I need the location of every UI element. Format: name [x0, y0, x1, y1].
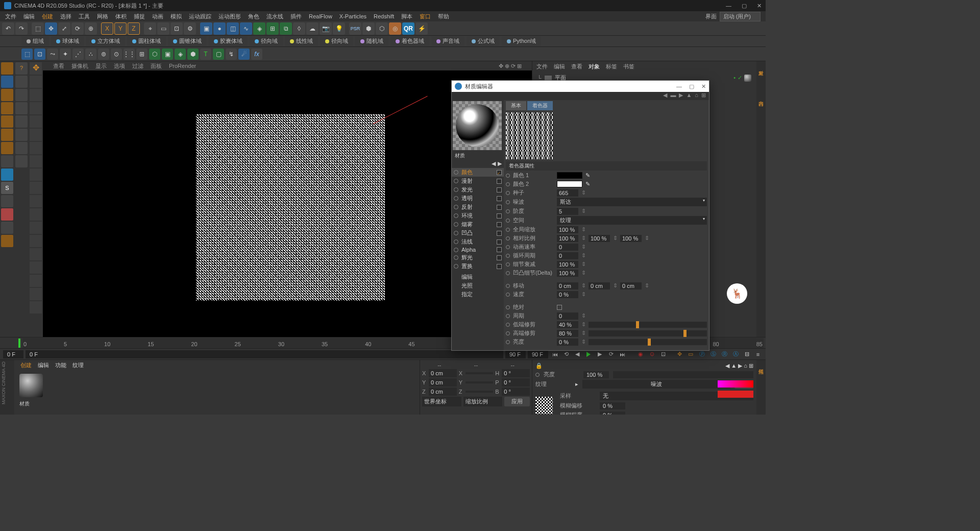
tweak-mode[interactable]: [1, 168, 13, 181]
mograph-icon[interactable]: ⊙: [111, 49, 122, 60]
key-p[interactable]: Ⓟ: [697, 350, 706, 359]
size-z[interactable]: [465, 391, 494, 393]
frame-start-field[interactable]: 0 F: [3, 350, 23, 358]
vmenu-item[interactable]: ProRender: [169, 63, 196, 69]
field-pill[interactable]: 圆锥体域: [168, 36, 207, 46]
minimize-button[interactable]: —: [726, 3, 731, 9]
oct-value[interactable]: 5: [557, 208, 578, 215]
channel-radio[interactable]: [454, 255, 458, 260]
deformer[interactable]: ◊: [293, 22, 305, 35]
channel-row[interactable]: 透明: [452, 194, 504, 203]
om-tab[interactable]: 文件: [536, 63, 548, 70]
playhead[interactable]: [18, 339, 20, 348]
pos-x[interactable]: 0 cm: [429, 369, 457, 377]
channel-extra[interactable]: 编辑: [452, 273, 504, 281]
channel-checkbox[interactable]: [497, 179, 502, 184]
channel-checkbox[interactable]: [497, 239, 502, 245]
select-tool[interactable]: ⬚: [32, 22, 44, 35]
goto-end[interactable]: ⏭: [618, 350, 627, 359]
swatch[interactable]: [30, 142, 42, 154]
mograph-icon[interactable]: ⊚: [98, 49, 109, 60]
vtool[interactable]: [15, 155, 28, 167]
menu-item[interactable]: Redshift: [374, 13, 394, 19]
nav-icons[interactable]: ◀ ▲ ▶ ⌂ ⊞: [725, 363, 753, 369]
workplane-toggle[interactable]: [1, 195, 13, 207]
menu-item[interactable]: 角色: [248, 13, 259, 20]
nav-home-icon[interactable]: ⌂: [695, 92, 698, 100]
rscale-y[interactable]: 100 %: [589, 235, 610, 242]
frame-end-field[interactable]: 90 F: [505, 350, 526, 358]
channel-row[interactable]: Alpha: [452, 246, 504, 253]
bluroff-value[interactable]: 0 %: [600, 402, 625, 409]
camera-object[interactable]: 📷: [320, 22, 332, 35]
panel-tab-vertical[interactable]: 内容: [758, 97, 764, 117]
goto-start[interactable]: ⏮: [550, 350, 559, 359]
channel-checkbox[interactable]: [497, 222, 502, 227]
help-tool[interactable]: ?: [15, 62, 28, 75]
swatch[interactable]: [30, 235, 42, 247]
redo-button[interactable]: ↷: [15, 22, 28, 35]
gradient-preview[interactable]: [718, 380, 753, 388]
tex-arrow-icon[interactable]: ▸: [575, 381, 578, 388]
mograph-icon[interactable]: ⬚: [21, 49, 33, 60]
nav-prev-icon[interactable]: ◀: [663, 92, 667, 100]
om-tab[interactable]: 对象: [589, 63, 600, 70]
arrow-right-icon[interactable]: ▶: [498, 160, 502, 167]
swatch[interactable]: [30, 288, 42, 300]
color-preview[interactable]: [718, 391, 753, 398]
key-r[interactable]: Ⓡ: [720, 350, 729, 359]
autokey-button[interactable]: ⊙: [647, 350, 656, 359]
vmenu-item[interactable]: 显示: [95, 62, 107, 70]
swatch[interactable]: [30, 261, 42, 274]
channel-radio[interactable]: [454, 264, 458, 269]
symmetry-object[interactable]: ⧉: [280, 22, 292, 35]
vtool[interactable]: [15, 76, 28, 88]
render-settings[interactable]: ⚙: [184, 22, 196, 35]
menu-item[interactable]: 工具: [79, 13, 90, 20]
channel-checkbox[interactable]: [497, 213, 502, 219]
swatch[interactable]: [30, 182, 42, 194]
step-fwd[interactable]: ⟳: [606, 350, 616, 359]
space-select[interactable]: 纹理: [557, 216, 707, 225]
light-object[interactable]: 💡: [333, 22, 345, 35]
mograph-icon[interactable]: ⤳: [47, 49, 58, 60]
channel-checkbox[interactable]: [497, 187, 502, 192]
rot-p[interactable]: 0 °: [502, 378, 530, 387]
apply-button[interactable]: 应用: [504, 397, 530, 406]
picker-icon[interactable]: ✎: [585, 172, 590, 179]
channel-row[interactable]: 环境: [452, 211, 504, 220]
lock-icon[interactable]: 🔒: [535, 363, 543, 369]
matwin-titlebar[interactable]: 材质编辑器 — ▢ ✕: [452, 81, 709, 92]
menu-item[interactable]: 脚本: [401, 13, 412, 20]
channel-row[interactable]: 颜色: [452, 168, 504, 177]
menu-item[interactable]: 运动图形: [218, 13, 241, 20]
workplane-mode[interactable]: [1, 102, 13, 114]
mograph-icon[interactable]: ↯: [226, 49, 237, 60]
field-pill[interactable]: 声音域: [431, 36, 464, 46]
vport-nav-icons[interactable]: ✥ ⊕ ⟳ ⊞: [499, 63, 522, 69]
coord-system[interactable]: ⌖: [144, 22, 156, 35]
sphere-object[interactable]: ●: [213, 22, 226, 35]
menu-item[interactable]: 网格: [97, 13, 108, 20]
vtool[interactable]: [15, 102, 28, 114]
instance-object[interactable]: ◎: [389, 22, 401, 35]
field-pill[interactable]: 立方体域: [86, 36, 125, 46]
channel-extra[interactable]: 光照: [452, 281, 504, 290]
material-editor-window[interactable]: 材质编辑器 — ▢ ✕ ◀▬▶▲⌂⊞ 材质 ◀▶ 颜色漫射发光透明反射环境烟雾凹…: [451, 80, 709, 351]
vtool[interactable]: [15, 115, 28, 128]
blurscale-value[interactable]: 0 %: [600, 412, 625, 415]
mat-tab[interactable]: 纹理: [72, 361, 84, 369]
channel-checkbox[interactable]: [497, 247, 502, 252]
key-opt2[interactable]: ≡: [753, 350, 763, 359]
step-back[interactable]: ⟲: [561, 350, 571, 359]
cyc-value[interactable]: 0: [557, 312, 578, 320]
render-region[interactable]: ⊡: [170, 22, 183, 35]
matwin-tab-basic[interactable]: 基本: [506, 101, 526, 110]
brightness-slider[interactable]: [613, 371, 753, 378]
material-preview-sphere[interactable]: [453, 101, 502, 150]
channel-checkbox[interactable]: [497, 255, 502, 260]
arrow-left-icon[interactable]: ◀: [492, 160, 496, 167]
environment[interactable]: ☁: [306, 22, 318, 35]
channel-row[interactable]: 法线: [452, 237, 504, 246]
om-tab[interactable]: 书签: [623, 63, 634, 70]
